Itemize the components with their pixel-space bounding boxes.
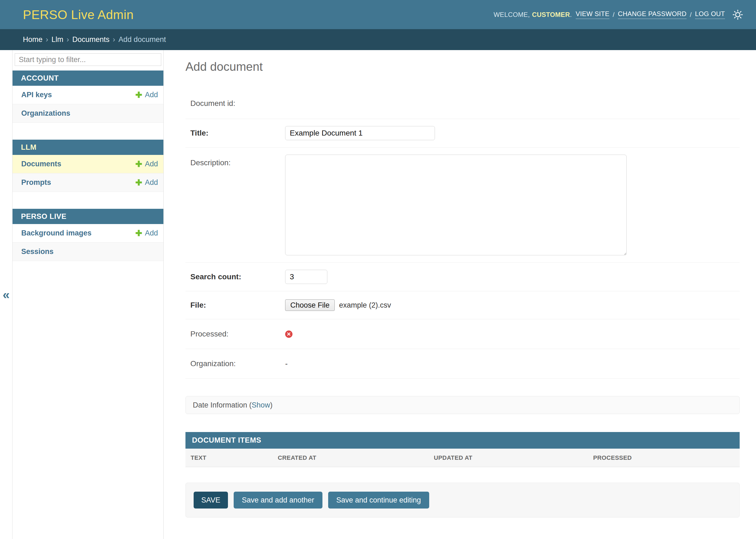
page-title: Add document [186, 60, 740, 73]
choose-file-button[interactable]: Choose File [285, 299, 335, 311]
column-header-processed: PROCESSED [588, 454, 740, 461]
nav-section-llm: LLM Documents ✚ Add Prompts ✚ Add [13, 140, 163, 192]
document-id-label: Document id: [190, 99, 285, 108]
sidebar-item-background-images[interactable]: Background images ✚ Add [13, 224, 163, 243]
breadcrumb-separator: › [113, 36, 115, 44]
add-api-key-link[interactable]: ✚ Add [135, 91, 158, 99]
search-count-input[interactable] [285, 270, 327, 284]
search-count-label: Search count: [190, 272, 285, 281]
add-prompt-link[interactable]: ✚ Add [135, 178, 158, 187]
username: CUSTOMER [532, 11, 570, 19]
model-link[interactable]: Documents [21, 160, 61, 168]
link-separator: / [613, 11, 615, 19]
title-input[interactable] [285, 126, 435, 140]
document-items-title: DOCUMENT ITEMS [186, 432, 740, 449]
breadcrumb-separator: › [67, 36, 69, 44]
nav-section-title: ACCOUNT [13, 70, 163, 86]
save-and-add-another-button[interactable]: Save and add another [234, 492, 322, 508]
breadcrumb-documents[interactable]: Documents [72, 36, 110, 44]
sidebar-item-documents[interactable]: Documents ✚ Add [13, 155, 163, 173]
breadcrumb: Home › Llm › Documents › Add document [0, 29, 756, 50]
document-form: Document id: Title: Description: Search … [186, 91, 740, 517]
model-link[interactable]: Organizations [21, 109, 70, 117]
processed-label: Processed: [190, 330, 285, 339]
nav-section-perso-live: PERSO LIVE Background images ✚ Add Sessi… [13, 209, 163, 261]
organization-label: Organization: [190, 359, 285, 368]
file-widget: Choose File example (2).csv [285, 299, 391, 311]
model-link[interactable]: Prompts [21, 178, 51, 187]
organization-value: - [285, 359, 288, 368]
sidebar-toggle-rail: « [0, 50, 13, 539]
sidebar-item-prompts[interactable]: Prompts ✚ Add [13, 173, 163, 192]
sidebar-item-sessions[interactable]: Sessions [13, 243, 163, 261]
breadcrumb-llm[interactable]: Llm [51, 36, 63, 44]
form-row-document-id: Document id: [186, 91, 740, 119]
username-suffix: . [570, 11, 572, 19]
change-password-link[interactable]: CHANGE PASSWORD [618, 10, 687, 19]
column-header-created-at: CREATED AT [273, 454, 429, 461]
admin-page: PERSO Live Admin WELCOME, CUSTOMER . VIE… [0, 0, 756, 539]
breadcrumb-home[interactable]: Home [23, 36, 42, 44]
sidebar-filter-input[interactable] [15, 53, 161, 66]
file-label: File: [190, 301, 285, 310]
form-row-file: File: Choose File example (2).csv [186, 291, 740, 319]
logout-link[interactable]: LOG OUT [695, 10, 725, 19]
add-label: Add [145, 91, 158, 99]
main-content: Add document Document id: Title: Descrip… [164, 50, 756, 539]
plus-icon: ✚ [135, 160, 142, 168]
date-information-label-suffix: ) [270, 401, 273, 410]
date-information-label: Date Information ( [193, 401, 252, 410]
add-label: Add [145, 178, 158, 187]
form-row-description: Description: [186, 148, 740, 263]
nav-section-title: PERSO LIVE [13, 209, 163, 224]
breadcrumb-current: Add document [119, 36, 166, 44]
form-row-processed: Processed: ✕ [186, 319, 740, 349]
column-header-text: TEXT [186, 454, 273, 461]
user-tools: WELCOME, CUSTOMER . VIEW SITE / CHANGE P… [493, 9, 743, 21]
file-name: example (2).csv [339, 301, 391, 310]
date-information-fieldset: Date Information ( Show ) [186, 396, 740, 414]
title-label: Title: [190, 129, 285, 137]
add-label: Add [145, 229, 158, 237]
form-row-title: Title: [186, 119, 740, 148]
save-button[interactable]: SAVE [194, 492, 228, 508]
link-separator: / [690, 11, 692, 19]
plus-icon: ✚ [135, 91, 142, 99]
model-link[interactable]: Background images [21, 229, 92, 237]
description-textarea[interactable] [285, 155, 627, 255]
submit-row: SAVE Save and add another Save and conti… [186, 483, 740, 517]
model-link[interactable]: Sessions [21, 248, 54, 256]
nav-section-account: ACCOUNT API keys ✚ Add Organizations [13, 70, 163, 123]
nav-section-title: LLM [13, 140, 163, 155]
sun-icon [732, 9, 743, 21]
sidebar-item-api-keys[interactable]: API keys ✚ Add [13, 86, 163, 104]
description-label: Description: [190, 155, 285, 167]
date-information-show-link[interactable]: Show [252, 401, 270, 410]
nav-sidebar: ACCOUNT API keys ✚ Add Organizations LLM… [13, 50, 164, 539]
welcome-label: WELCOME, [493, 11, 530, 19]
app-header: PERSO Live Admin WELCOME, CUSTOMER . VIE… [0, 0, 756, 29]
form-row-search-count: Search count: [186, 263, 740, 291]
document-items-header-row: TEXT CREATED AT UPDATED AT PROCESSED [186, 449, 740, 467]
plus-icon: ✚ [135, 179, 142, 187]
form-row-organization: Organization: - [186, 349, 740, 379]
add-background-image-link[interactable]: ✚ Add [135, 229, 158, 237]
add-label: Add [145, 160, 158, 168]
site-title: PERSO Live Admin [23, 7, 134, 22]
sidebar-collapse-button[interactable]: « [3, 288, 10, 301]
column-header-updated-at: UPDATED AT [429, 454, 588, 461]
sidebar-item-organizations[interactable]: Organizations [13, 104, 163, 123]
add-document-link[interactable]: ✚ Add [135, 160, 158, 168]
model-link[interactable]: API keys [21, 91, 52, 99]
theme-toggle-button[interactable] [732, 9, 743, 21]
save-and-continue-editing-button[interactable]: Save and continue editing [328, 492, 429, 508]
view-site-link[interactable]: VIEW SITE [576, 10, 610, 19]
processed-false-icon: ✕ [285, 331, 293, 338]
document-items-module: DOCUMENT ITEMS TEXT CREATED AT UPDATED A… [186, 432, 740, 467]
breadcrumb-separator: › [46, 36, 48, 44]
plus-icon: ✚ [135, 229, 142, 237]
